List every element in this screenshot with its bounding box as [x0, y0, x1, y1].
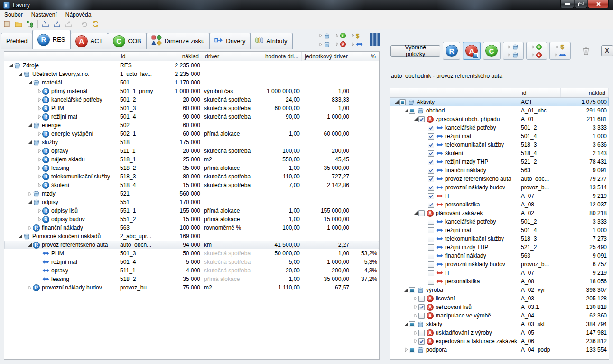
tree-row[interactable]: opravy511_14 000skutečná spotřeba20,0020… [4, 266, 379, 275]
columns-icon[interactable] [369, 33, 380, 47]
export-tray-icon[interactable] [51, 19, 63, 29]
expand-cob-toggle[interactable]: C [336, 32, 346, 39]
expander-closed-icon[interactable] [413, 305, 418, 309]
tab-atributy[interactable]: Atributy [250, 33, 292, 49]
grid-icon[interactable] [1, 19, 13, 29]
column-header[interactable]: náklad [158, 52, 202, 61]
expander-open-icon[interactable] [403, 108, 409, 113]
tree-row[interactable]: Rškolení518_415 000skutečná spotřeba7,00… [4, 181, 379, 189]
tree-row[interactable]: výrobaA_02_vyr398 307 [390, 286, 609, 294]
menu-nastaveni[interactable]: Nastavení [27, 10, 61, 19]
expander-closed-icon[interactable] [37, 217, 42, 222]
menu-soubor[interactable]: Soubor [0, 10, 27, 19]
checkbox-checked[interactable] [418, 304, 425, 310]
tree-row[interactable]: provozní náklady budovprovoz_b...6 757 [390, 260, 609, 269]
column-header[interactable]: hodnota dri... [265, 52, 302, 61]
checkbox-unchecked[interactable] [428, 236, 434, 242]
tree-row[interactable]: telekomunikační služby518_33 636 [390, 140, 609, 149]
checkbox-checked[interactable] [428, 133, 434, 140]
column-header[interactable]: id [118, 52, 158, 61]
close-button[interactable] [588, 0, 609, 8]
tree-row[interactable]: Azpracování obch. případuA_01211 681 [390, 115, 609, 123]
expand-act-toggle[interactable]: A [336, 41, 346, 48]
checkbox-checked[interactable] [428, 150, 434, 157]
tree-row[interactable]: Ropravy511_120 000skutečná spotřeba100,0… [4, 147, 379, 155]
expander-closed-icon[interactable] [37, 183, 42, 187]
tree-row[interactable]: režijní mat501_41 000 [390, 226, 609, 234]
checkbox-unchecked[interactable] [418, 296, 425, 302]
tree-row[interactable]: personalistikaA_0812 037 [390, 200, 609, 209]
maximize-button[interactable] [575, 0, 587, 8]
expander-open-icon[interactable] [403, 322, 409, 327]
import-tray-icon[interactable] [40, 19, 51, 29]
checkbox-unchecked[interactable] [428, 279, 434, 285]
column-header[interactable]: driver [202, 52, 265, 61]
tree-row[interactable]: Rnájem skladu518_125 000m2550,0045,45 [4, 155, 379, 164]
act-filter-button[interactable]: A [463, 42, 480, 60]
tree-row[interactable]: Renergie vytápění502_160 000přímá alokac… [4, 130, 379, 138]
expand-values-toggle[interactable]: $ [352, 32, 363, 39]
checkbox-partial[interactable] [409, 287, 415, 293]
tree-row[interactable]: Rtelekomunikační služby518_380 000skuteč… [4, 172, 379, 181]
expand-links-toggle[interactable] [352, 41, 363, 48]
checkbox-checked[interactable] [428, 159, 434, 165]
selected-items-button[interactable]: Vybrané položky [390, 45, 440, 57]
expander-open-icon[interactable] [27, 140, 33, 145]
expand-cob-act-button[interactable]: C A [526, 42, 547, 60]
trash-icon[interactable] [581, 45, 591, 56]
checkbox-checked[interactable] [428, 176, 434, 182]
expand-groups-button[interactable] [503, 42, 524, 60]
tree-row[interactable]: Amanipulace ve výroběA_0462 360 [390, 311, 609, 320]
tree-row[interactable]: režijní mzdy THP521_278 431 [390, 158, 609, 166]
tab-act[interactable]: AACT [70, 33, 108, 49]
checkbox-checked[interactable] [428, 202, 434, 208]
expander-closed-icon[interactable] [413, 313, 418, 318]
tree-row[interactable]: školení518_42 143 [390, 149, 609, 158]
expander-open-icon[interactable] [394, 100, 399, 104]
expand-groups-top-toggle[interactable] [319, 32, 330, 39]
tree-row[interactable]: materiál5011 170 000 [4, 78, 379, 87]
tree-row[interactable]: Rleasing518_235 000přímá alokace1,0035 0… [4, 164, 379, 172]
expand-groups-bottom-toggle[interactable] [319, 41, 330, 48]
tree-row[interactable]: Rprovoz referentského autaauto_obch...94… [4, 241, 379, 249]
tree-row[interactable]: Pomocné sloučení nákladů2_abc_upr...169 … [4, 232, 379, 241]
column-header[interactable] [4, 52, 118, 61]
expander-closed-icon[interactable] [37, 131, 42, 136]
tree-row[interactable]: režijní mzdy THP521_225 490 [390, 243, 609, 252]
tree-row[interactable]: finanční náklady5639 091 [390, 252, 609, 260]
expander-closed-icon[interactable] [37, 97, 42, 102]
refresh-icon[interactable] [90, 19, 101, 29]
expander-open-icon[interactable] [413, 211, 418, 215]
expander-open-icon[interactable] [18, 234, 23, 239]
expander-open-icon[interactable] [18, 72, 23, 76]
cob-filter-button[interactable]: C [483, 42, 501, 60]
expander-closed-icon[interactable] [37, 89, 42, 93]
expander-closed-icon[interactable] [37, 157, 42, 162]
expander-open-icon[interactable] [27, 200, 33, 205]
tree-row[interactable]: leasing518_235 000přímá alokace1,0035 00… [4, 275, 379, 283]
tree-row[interactable]: Auskladňování z výrobyA_05147 981 [390, 328, 609, 337]
checkbox-unchecked[interactable] [418, 210, 425, 216]
tree-row[interactable]: PHM501_350 000skutečná spotřeba50 000,00… [4, 249, 379, 258]
checkbox-checked[interactable] [428, 142, 434, 148]
checkbox-partial[interactable] [399, 99, 406, 105]
checkbox-checked[interactable] [428, 125, 434, 131]
tree-row[interactable]: ITA_079 219 [390, 192, 609, 200]
expander-open-icon[interactable] [8, 63, 14, 68]
tree-row[interactable]: Aseřizování lisůA_03.1130 818 [390, 303, 609, 311]
tree-row[interactable]: Rkancelářské potřeby501_220 000skutečná … [4, 95, 379, 104]
checkbox-checked[interactable] [428, 185, 434, 191]
expander-closed-icon[interactable] [37, 106, 42, 111]
tree-row[interactable]: režijní mat501_41 000 [390, 132, 609, 140]
checkbox-unchecked[interactable] [428, 227, 434, 233]
tab-drivery[interactable]: Drivery [209, 33, 251, 49]
tree-row[interactable]: provoz referentského autaauto_obc...79 2… [390, 175, 609, 183]
tree-row[interactable]: AlisováníA_03205 128 [390, 294, 609, 303]
column-header[interactable]: jednotkový driver [302, 52, 351, 61]
tree-row[interactable]: služby518175 000 [4, 138, 379, 147]
tree-row[interactable]: Rprovozní náklady budovprovoz_bu...75 00… [4, 283, 379, 292]
column-header[interactable]: náklad [561, 88, 609, 97]
expander-closed-icon[interactable] [37, 208, 42, 213]
tree-row[interactable]: Rfinanční náklady563100 000rovnoměrně %1… [4, 224, 379, 232]
column-header[interactable]: % [351, 52, 379, 61]
